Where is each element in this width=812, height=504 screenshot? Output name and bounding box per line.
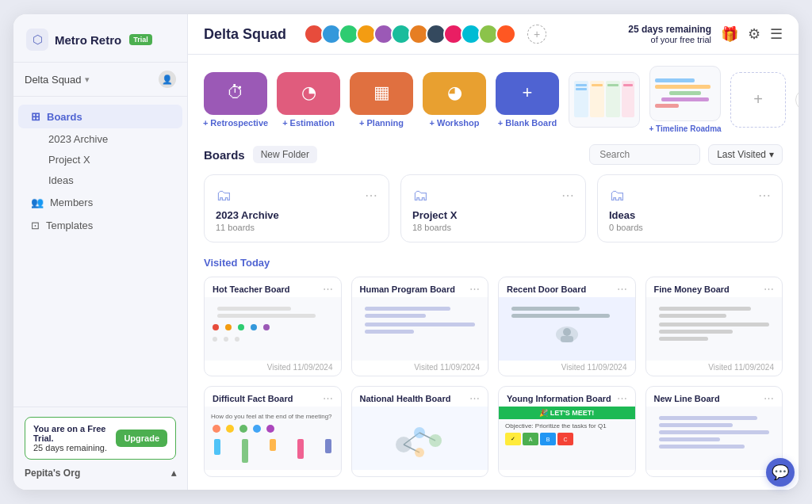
main-content: Delta Squad + 25 days remaining of your … <box>188 14 799 490</box>
board-card-new-line[interactable]: New Line Board ⋯ <box>645 386 783 477</box>
folder-icon: 🗂 <box>216 186 232 204</box>
template-timeline[interactable] <box>649 66 721 121</box>
new-folder-button[interactable]: New Folder <box>253 146 317 163</box>
more-options-icon[interactable]: ⋯ <box>764 392 774 404</box>
chevron-down-icon: ▾ <box>85 74 90 85</box>
svg-rect-4 <box>576 84 587 86</box>
boards-title: Boards <box>204 148 245 162</box>
template-retrospective[interactable]: ⏱ + Retrospective <box>204 72 267 128</box>
add-member-button[interactable]: + <box>527 25 546 44</box>
visited-today-title: Visited Today <box>204 257 783 269</box>
more-options-icon[interactable]: ⋯ <box>561 188 574 203</box>
template-planning[interactable]: ▦ + Planning <box>350 72 413 128</box>
trial-info: 25 days remaining of your free trial <box>628 24 711 44</box>
visit-timestamp: Visited 11/09/2024 <box>352 361 488 376</box>
more-options-icon[interactable]: ⋯ <box>469 283 480 295</box>
visit-timestamp: Visited 11/09/2024 <box>646 361 783 376</box>
add-user-icon[interactable]: 👤 <box>159 71 176 88</box>
folder-card-ideas[interactable]: 🗂 ⋯ Ideas 0 boards <box>597 174 783 242</box>
search-input[interactable] <box>589 144 700 165</box>
folder-name: 2023 Archive <box>216 209 377 221</box>
logo-area: ⬡ Metro Retro Trial <box>13 14 187 63</box>
template-estimation-label: + Estimation <box>282 118 335 128</box>
sidebar-item-boards[interactable]: ⊞ Boards <box>18 105 182 128</box>
folder-card-project-x[interactable]: 🗂 ⋯ Project X 18 boards <box>400 174 586 242</box>
folder-cards: 🗂 ⋯ 2023 Archive 11 boards 🗂 ⋯ Project X… <box>204 174 783 242</box>
add-template-button[interactable]: + <box>730 72 786 128</box>
board-preview <box>499 297 635 361</box>
template-retrospective-label: + Retrospective <box>203 118 268 128</box>
topbar: Delta Squad + 25 days remaining of your … <box>188 14 799 55</box>
template-moscow[interactable]: + MoSCoW Prioriti <box>569 72 640 128</box>
sidebar: ⬡ Metro Retro Trial Delta Squad ▾ 👤 ⊞ Bo… <box>13 14 188 490</box>
workspace-selector[interactable]: Delta Squad ▾ 👤 <box>13 63 187 97</box>
board-card-young-info[interactable]: Young Information Board ⋯ 🎉 LET'S MEET! … <box>498 386 636 477</box>
settings-icon-button[interactable]: ⚙ <box>748 25 760 43</box>
sort-dropdown[interactable]: Last Visited ▾ <box>708 144 783 165</box>
board-preview <box>352 297 488 361</box>
trial-days: 25 days remaining. <box>33 443 116 452</box>
svg-point-21 <box>429 434 442 447</box>
svg-rect-7 <box>607 84 619 86</box>
menu-icon-button[interactable]: ☰ <box>770 25 783 43</box>
chevron-down-icon: ▾ <box>769 149 774 160</box>
more-options-icon[interactable]: ⋯ <box>758 188 771 203</box>
more-options-icon[interactable]: ⋯ <box>323 283 333 295</box>
visit-timestamp <box>499 470 635 476</box>
board-banner: 🎉 LET'S MEET! <box>499 407 635 419</box>
board-card-national-health[interactable]: National Health Board ⋯ <box>351 386 489 477</box>
visit-timestamp: Visited 11/09/2024 <box>499 361 635 376</box>
org-name[interactable]: Pepita's Org ▴ <box>25 466 176 480</box>
more-options-icon[interactable]: ⋯ <box>617 392 627 404</box>
more-options-icon[interactable]: ⋯ <box>469 392 480 404</box>
template-estimation[interactable]: ◔ + Estimation <box>277 72 340 128</box>
board-cards-row-2: Difficult Fact Board ⋯ How do you feel a… <box>204 386 783 477</box>
boards-section: Boards New Folder Last Visited ▾ 🗂 ⋯ 202… <box>188 133 799 490</box>
board-preview <box>205 297 341 361</box>
topbar-right: 25 days remaining of your free trial 🎁 ⚙… <box>628 24 783 44</box>
sidebar-item-members[interactable]: 👥 Members <box>18 191 182 214</box>
svg-rect-9 <box>655 78 695 82</box>
app-logo-icon: ⬡ <box>26 29 48 51</box>
sidebar-item-2023-archive[interactable]: 2023 Archive <box>18 129 182 149</box>
board-card-difficult-fact[interactable]: Difficult Fact Board ⋯ How do you feel a… <box>204 386 342 477</box>
trial-sub: of your free trial <box>628 35 711 44</box>
template-blank-label: + Blank Board <box>498 118 557 128</box>
chevron-up-icon: ▴ <box>171 468 176 479</box>
folder-card-2023-archive[interactable]: 🗂 ⋯ 2023 Archive 11 boards <box>204 174 389 242</box>
board-card-recent-door[interactable]: Recent Door Board ⋯ <box>498 277 636 376</box>
board-card-hot-teacher[interactable]: Hot Teacher Board ⋯ <box>204 277 342 376</box>
folder-name: Ideas <box>609 209 771 221</box>
board-card-human-program[interactable]: Human Program Board ⋯ Visited 11/09/2 <box>351 277 489 376</box>
sidebar-item-project-x[interactable]: Project X <box>18 150 182 170</box>
template-workshop[interactable]: ◕ + Workshop <box>423 72 486 128</box>
sidebar-item-templates[interactable]: ⊡ Templates <box>18 214 182 237</box>
visited-today-section: Visited Today Hot Teacher Board ⋯ <box>204 257 783 477</box>
folder-icon: 🗂 <box>412 186 428 204</box>
template-blank[interactable]: + + Blank Board <box>496 72 559 128</box>
chat-button[interactable]: 💬 <box>766 458 795 487</box>
team-avatars <box>301 24 516 44</box>
more-options-icon[interactable]: ⋯ <box>764 283 774 295</box>
svg-point-15 <box>563 328 571 336</box>
more-options-icon[interactable]: ⋯ <box>617 283 627 295</box>
more-options-icon[interactable]: ⋯ <box>323 392 333 404</box>
folder-count: 18 boards <box>412 223 574 232</box>
template-planning-label: + Planning <box>359 118 404 128</box>
visit-timestamp <box>205 470 341 476</box>
more-options-icon[interactable]: ⋯ <box>365 188 377 203</box>
folder-name: Project X <box>412 209 574 221</box>
sidebar-item-ideas[interactable]: Ideas <box>18 170 182 190</box>
trial-badge: Trial <box>129 34 152 45</box>
upgrade-button[interactable]: Upgrade <box>116 430 167 447</box>
visit-timestamp <box>646 470 783 476</box>
templates-row: ⏱ + Retrospective ◔ + Estimation ▦ + Pla… <box>188 55 799 133</box>
svg-rect-16 <box>561 336 573 342</box>
gift-icon-button[interactable]: 🎁 <box>721 25 738 43</box>
svg-rect-11 <box>669 91 701 95</box>
board-card-fine-money[interactable]: Fine Money Board ⋯ V <box>645 277 783 376</box>
svg-rect-6 <box>592 84 603 86</box>
sidebar-bottom: You are on a Free Trial. 25 days remaini… <box>13 407 187 490</box>
folder-count: 11 boards <box>216 223 377 232</box>
scroll-right-button[interactable]: › <box>795 89 799 111</box>
